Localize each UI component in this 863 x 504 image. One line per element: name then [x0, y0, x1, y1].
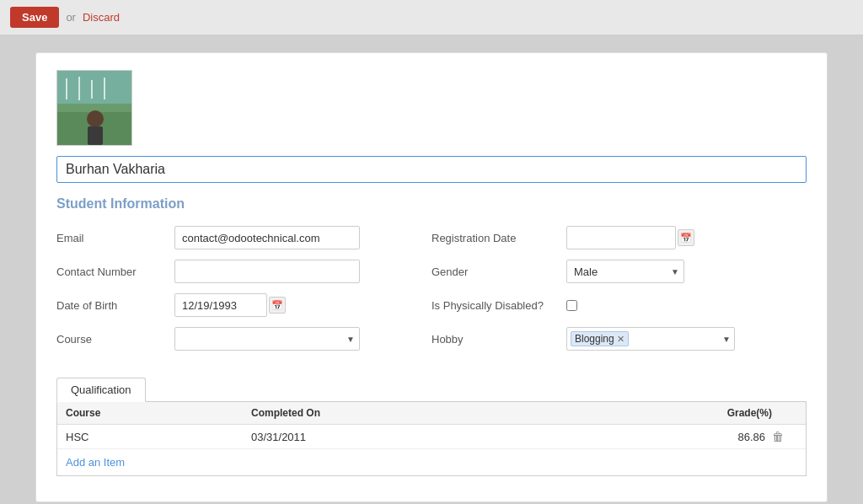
dob-wrapper: 📅 [174, 293, 286, 317]
disabled-label: Is Physically Disabled? [432, 299, 566, 312]
course-label: Course [56, 333, 174, 346]
row-grade: 86.86 [538, 431, 772, 443]
reg-date-wrapper: 📅 [566, 226, 694, 249]
dob-row: Date of Birth 📅 [56, 292, 432, 318]
hobby-tag-blogging: Blogging ✕ [571, 331, 629, 346]
email-input[interactable] [174, 226, 360, 249]
dob-input[interactable] [174, 293, 267, 317]
reg-date-calendar-icon[interactable]: 📅 [678, 229, 694, 246]
hobby-tag-close-icon[interactable]: ✕ [617, 334, 624, 345]
svg-rect-6 [104, 78, 105, 99]
form-left-col: Email Contact Number Date of Birth 📅 [56, 225, 432, 360]
reg-date-label: Registration Date [432, 232, 566, 244]
disabled-checkbox-area [566, 300, 577, 311]
tabs-bar: Qualification [56, 377, 807, 402]
student-name-input[interactable] [56, 156, 807, 183]
col-header-grade: Grade(%) [538, 407, 772, 419]
disabled-row: Is Physically Disabled? [432, 292, 807, 318]
hobby-tag-label: Blogging [575, 333, 614, 345]
contact-row: Contact Number [56, 259, 432, 284]
discard-button[interactable]: Discard [83, 11, 120, 24]
svg-rect-3 [66, 78, 67, 99]
hobby-row: Hobby Blogging ✕ ▼ [432, 326, 807, 351]
tab-qualification[interactable]: Qualification [56, 378, 146, 402]
gender-select[interactable]: Male Female Other [566, 260, 684, 283]
toolbar-sep: or [66, 11, 76, 24]
course-row: Course ▼ [56, 326, 432, 351]
svg-point-7 [87, 110, 104, 127]
course-select-wrapper: ▼ [174, 327, 360, 351]
avatar-image [57, 70, 131, 146]
toolbar: Save or Discard [0, 0, 863, 35]
student-card: Student Information Email Contact Number… [35, 52, 828, 502]
disabled-checkbox[interactable] [566, 300, 577, 311]
dob-calendar-icon[interactable]: 📅 [269, 297, 286, 314]
gender-row: Gender Male Female Other ▼ [432, 259, 807, 284]
svg-rect-5 [91, 80, 93, 99]
avatar[interactable] [56, 70, 132, 146]
email-row: Email [56, 225, 432, 250]
col-header-completed-on: Completed On [251, 407, 538, 419]
reg-date-input[interactable] [566, 226, 676, 249]
col-header-course: Course [66, 407, 251, 419]
gender-select-wrapper: Male Female Other ▼ [566, 260, 684, 283]
avatar-area [56, 70, 807, 146]
hobby-label: Hobby [432, 333, 566, 346]
table-row: HSC 03/31/2011 86.86 🗑 [57, 425, 806, 449]
hobby-wrapper[interactable]: Blogging ✕ ▼ [566, 327, 735, 351]
email-label: Email [56, 232, 174, 244]
save-button[interactable]: Save [10, 7, 59, 28]
svg-rect-4 [78, 77, 80, 100]
avatar-svg [57, 70, 131, 146]
contact-label: Contact Number [56, 265, 174, 278]
svg-rect-8 [88, 126, 103, 145]
page-wrapper: Student Information Email Contact Number… [0, 35, 863, 504]
table-header: Course Completed On Grade(%) [57, 402, 806, 425]
row-course: HSC [66, 431, 251, 443]
contact-input[interactable] [174, 260, 360, 283]
delete-row-icon[interactable]: 🗑 [772, 430, 797, 443]
form-grid: Email Contact Number Date of Birth 📅 [56, 225, 807, 360]
dob-label: Date of Birth [56, 299, 174, 312]
add-item-link[interactable]: Add an Item [57, 449, 133, 475]
form-right-col: Registration Date 📅 Gender Male Female O… [432, 225, 807, 360]
svg-rect-2 [57, 70, 131, 104]
course-select[interactable] [174, 327, 360, 351]
gender-label: Gender [432, 265, 566, 278]
row-completed-on: 03/31/2011 [251, 431, 538, 443]
reg-date-row: Registration Date 📅 [432, 225, 807, 250]
section-title: Student Information [56, 196, 807, 212]
col-header-actions [772, 407, 797, 419]
hobby-dropdown-arrow[interactable]: ▼ [722, 335, 731, 344]
tab-content-qualification: Course Completed On Grade(%) HSC 03/31/2… [56, 402, 807, 476]
